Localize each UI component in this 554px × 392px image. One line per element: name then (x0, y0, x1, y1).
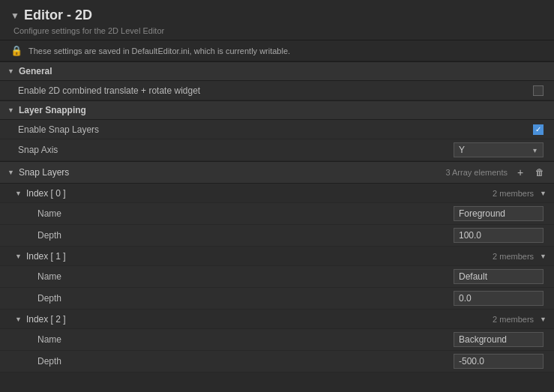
array-count: 3 Array elements (445, 168, 508, 177)
enable-snap-layers-checkbox[interactable] (533, 124, 544, 135)
header-collapse-arrow[interactable]: ▼ (10, 10, 19, 21)
index-2-left: ▼ Index [ 2 ] (15, 314, 493, 325)
index-0-label: Index [ 0 ] (26, 188, 66, 199)
index-1-depth-input[interactable] (454, 291, 544, 306)
index-1-label: Index [ 1 ] (26, 251, 66, 262)
index-0-collapse-arrow: ▼ (15, 190, 22, 197)
info-bar: 🔒 These settings are saved in DefaultEdi… (0, 40, 554, 61)
index-row-2[interactable]: ▼ Index [ 2 ] 2 members ▼ (0, 310, 554, 329)
prop-translate-rotate-widget: Enable 2D combined translate + rotate wi… (0, 81, 554, 100)
index-1-members: 2 members (493, 252, 534, 261)
page-title: Editor - 2D (24, 7, 92, 23)
index-2-right: 2 members ▼ (493, 315, 547, 324)
index-2-depth-row: Depth (0, 351, 554, 373)
index-0-depth-row: Depth (0, 225, 554, 247)
delete-array-element-button[interactable]: 🗑 (533, 166, 547, 179)
translate-rotate-label: Enable 2D combined translate + rotate wi… (18, 85, 533, 96)
index-0-right: 2 members ▼ (493, 189, 547, 198)
index-0-members: 2 members (493, 189, 534, 198)
enable-snap-layers-label: Enable Snap Layers (18, 124, 533, 135)
info-bar-text: These settings are saved in DefaultEdito… (28, 46, 290, 55)
snap-layers-section-label: Snap Layers (19, 167, 69, 178)
index-1-depth-row: Depth (0, 288, 554, 310)
prop-enable-snap-layers: Enable Snap Layers (0, 120, 554, 139)
snap-axis-selected: Y (459, 145, 465, 155)
index-0-name-label: Name (37, 208, 454, 219)
index-0-members-chevron: ▼ (540, 190, 547, 197)
index-row-0[interactable]: ▼ Index [ 0 ] 2 members ▼ (0, 184, 554, 203)
translate-rotate-value[interactable] (533, 85, 544, 96)
index-1-members-chevron: ▼ (540, 253, 547, 260)
lock-icon: 🔒 (10, 45, 22, 56)
snap-layers-collapse-arrow: ▼ (7, 169, 14, 176)
index-1-left: ▼ Index [ 1 ] (15, 251, 493, 262)
layer-snapping-collapse-arrow: ▼ (7, 106, 14, 114)
page-container: ▼ Editor - 2D Configure settings for the… (0, 0, 554, 373)
prop-snap-axis: Snap Axis Y ▾ (0, 139, 554, 161)
index-0-name-input[interactable] (454, 206, 544, 221)
general-section-label: General (19, 66, 52, 76)
index-1-name-label: Name (37, 271, 454, 282)
header: ▼ Editor - 2D Configure settings for the… (0, 0, 554, 40)
index-2-depth-label: Depth (37, 356, 454, 367)
index-0-name-row: Name (0, 203, 554, 225)
index-1-name-row: Name (0, 266, 554, 288)
index-2-name-label: Name (37, 334, 454, 345)
index-1-right: 2 members ▼ (493, 252, 547, 261)
index-1-collapse-arrow: ▼ (15, 253, 22, 260)
snap-axis-value[interactable]: Y ▾ (454, 142, 544, 157)
snap-layers-left: ▼ Snap Layers (7, 167, 445, 178)
snap-axis-chevron-icon: ▾ (533, 146, 537, 154)
section-snap-layers[interactable]: ▼ Snap Layers 3 Array elements + 🗑 (0, 161, 554, 184)
section-layer-snapping[interactable]: ▼ Layer Snapping (0, 100, 554, 120)
index-2-label: Index [ 2 ] (26, 314, 66, 325)
index-0-left: ▼ Index [ 0 ] (15, 188, 493, 199)
index-0-depth-label: Depth (37, 230, 454, 241)
index-2-members-chevron: ▼ (540, 316, 547, 323)
layer-snapping-section-label: Layer Snapping (19, 105, 86, 115)
index-0-depth-input[interactable] (454, 228, 544, 243)
add-array-element-button[interactable]: + (514, 166, 527, 179)
translate-rotate-checkbox[interactable] (533, 85, 544, 96)
index-1-depth-label: Depth (37, 293, 454, 304)
snap-axis-label: Snap Axis (18, 145, 454, 155)
index-row-1[interactable]: ▼ Index [ 1 ] 2 members ▼ (0, 247, 554, 266)
enable-snap-layers-value[interactable] (533, 124, 544, 135)
index-2-name-row: Name (0, 329, 554, 351)
snap-layers-right: 3 Array elements + 🗑 (445, 166, 547, 179)
index-2-name-input[interactable] (454, 332, 544, 347)
snap-axis-dropdown[interactable]: Y ▾ (454, 142, 544, 157)
index-2-collapse-arrow: ▼ (15, 316, 22, 323)
index-2-members: 2 members (493, 315, 534, 324)
index-1-name-input[interactable] (454, 269, 544, 284)
general-collapse-arrow: ▼ (7, 67, 14, 75)
header-subtitle: Configure settings for the 2D Level Edit… (10, 26, 544, 35)
header-title: ▼ Editor - 2D (10, 7, 544, 23)
section-general[interactable]: ▼ General (0, 61, 554, 81)
index-2-depth-input[interactable] (454, 354, 544, 369)
